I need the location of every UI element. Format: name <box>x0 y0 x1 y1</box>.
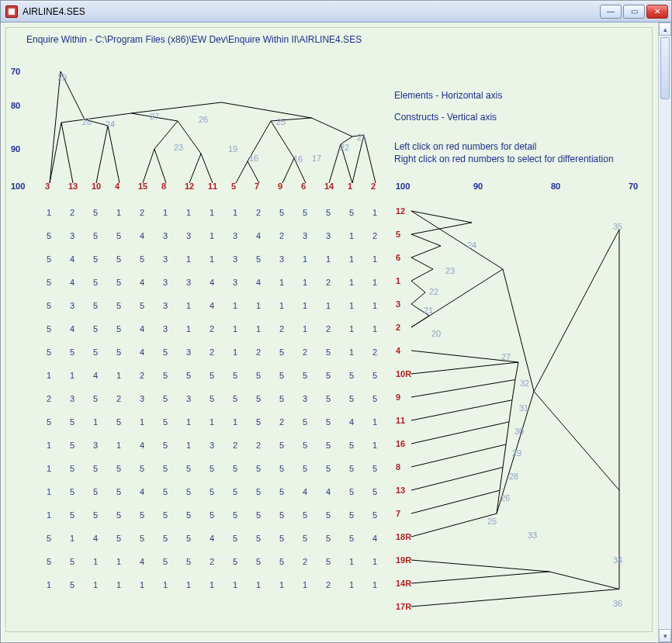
grid-cell: 1 <box>186 441 191 450</box>
scroll-thumb[interactable] <box>660 37 670 99</box>
construct-number[interactable]: 13 <box>396 486 405 495</box>
svg-line-42 <box>411 211 503 269</box>
grid-cell: 2 <box>372 347 377 357</box>
instruction-text: Right click on red numbers to select for… <box>394 154 614 164</box>
grid-cell: 5 <box>116 231 121 240</box>
element-number[interactable]: 11 <box>208 181 217 191</box>
dendro-node-right: 25 <box>487 517 497 526</box>
grid-cell: 5 <box>349 510 354 520</box>
grid-cell: 5 <box>303 371 307 380</box>
grid-cell: 2 <box>256 347 261 357</box>
grid-cell: 5 <box>70 464 74 473</box>
dendro-node-right: 24 <box>467 240 476 250</box>
grid-cell: 5 <box>47 417 51 427</box>
grid-cell: 5 <box>163 347 168 357</box>
dendro-node-top: 22 <box>340 143 349 152</box>
grid-cell: 1 <box>116 441 121 450</box>
dendro-node-top: 16 <box>293 154 303 164</box>
grid-cell: 1 <box>233 208 237 217</box>
construct-number[interactable]: 17R <box>396 602 411 611</box>
grid-cell: 3 <box>233 231 237 240</box>
grid-cell: 2 <box>140 208 144 217</box>
grid-cell: 5 <box>279 208 284 217</box>
dendro-node-right: 29 <box>512 448 521 458</box>
grid-cell: 2 <box>210 324 214 334</box>
grid-cell: 4 <box>140 557 144 566</box>
construct-number[interactable]: 4 <box>396 346 400 355</box>
construct-number[interactable]: 7 <box>396 509 400 518</box>
svg-line-63 <box>411 572 549 583</box>
grid-cell: 1 <box>326 254 331 264</box>
dendro-node-right: 21 <box>424 306 433 315</box>
element-number[interactable]: 8 <box>161 181 166 191</box>
element-number[interactable]: 12 <box>185 181 194 191</box>
grid-cell: 5 <box>233 510 237 520</box>
grid-cell: 5 <box>279 347 284 357</box>
grid-cell: 1 <box>116 557 121 566</box>
element-number[interactable]: 1 <box>348 181 352 191</box>
construct-number[interactable]: 9 <box>396 392 400 402</box>
grid-cell: 2 <box>116 394 121 403</box>
construct-number[interactable]: 6 <box>396 253 400 262</box>
grid-cell: 1 <box>163 580 168 589</box>
construct-number[interactable]: 1 <box>396 276 400 285</box>
svg-line-39 <box>411 292 425 304</box>
element-number[interactable]: 7 <box>255 181 259 191</box>
vertical-scrollbar[interactable]: ▴ ▾ <box>658 22 671 642</box>
scroll-down-arrow[interactable]: ▾ <box>659 629 671 642</box>
construct-number[interactable]: 2 <box>396 323 400 332</box>
grid-cell: 5 <box>256 487 261 496</box>
maximize-button[interactable]: ▭ <box>623 5 645 19</box>
grid-cell: 1 <box>186 324 191 334</box>
construct-number[interactable]: 12 <box>396 206 405 216</box>
element-number[interactable]: 10 <box>92 181 101 191</box>
scroll-up-arrow[interactable]: ▴ <box>659 22 671 36</box>
grid-cell: 5 <box>326 208 331 217</box>
construct-number[interactable]: 19R <box>396 555 411 565</box>
minimize-button[interactable]: — <box>600 5 622 19</box>
focus-grid-canvas[interactable]: Enquire Within - C:\Program Files (x86)\… <box>5 27 653 632</box>
element-number[interactable]: 14 <box>324 181 334 191</box>
element-number[interactable]: 6 <box>301 181 306 191</box>
grid-cell: 3 <box>186 278 191 287</box>
construct-number[interactable]: 18R <box>396 532 411 541</box>
construct-number[interactable]: 11 <box>396 416 405 425</box>
grid-cell: 5 <box>163 510 168 520</box>
svg-line-54 <box>503 444 506 468</box>
titlebar[interactable]: AIRLINE4.SES — ▭ ✕ <box>1 1 671 22</box>
grid-cell: 5 <box>233 394 237 403</box>
grid-cell: 5 <box>279 464 284 473</box>
element-number[interactable]: 5 <box>231 181 236 191</box>
grid-cell: 1 <box>47 208 51 217</box>
construct-number[interactable]: 3 <box>396 299 400 309</box>
svg-line-36 <box>411 258 433 269</box>
grid-cell: 5 <box>256 534 261 543</box>
grid-cell: 1 <box>233 301 237 310</box>
grid-cell: 1 <box>372 278 377 287</box>
element-number[interactable]: 2 <box>371 181 376 191</box>
svg-line-23 <box>271 121 294 158</box>
svg-line-45 <box>411 362 518 374</box>
grid-cell: 1 <box>372 301 377 310</box>
grid-cell: 2 <box>256 208 261 217</box>
grid-cell: 1 <box>116 580 121 589</box>
construct-number[interactable]: 5 <box>396 230 400 239</box>
app-window: AIRLINE4.SES — ▭ ✕ Enquire Within - C:\P… <box>0 0 672 643</box>
element-number[interactable]: 13 <box>68 181 78 191</box>
dendro-node-right: 26 <box>501 493 510 503</box>
construct-number[interactable]: 14R <box>396 579 411 588</box>
grid-cell: 5 <box>70 441 74 450</box>
grid-cell: 5 <box>140 464 144 473</box>
construct-number[interactable]: 8 <box>396 462 400 472</box>
grid-cell: 5 <box>233 487 237 496</box>
grid-cell: 1 <box>349 347 354 357</box>
element-number[interactable]: 4 <box>115 181 120 191</box>
construct-number[interactable]: 10R <box>396 369 411 379</box>
close-button[interactable]: ✕ <box>646 5 668 19</box>
element-number[interactable]: 9 <box>278 181 282 191</box>
svg-line-0 <box>50 123 61 183</box>
grid-cell: 4 <box>70 278 74 287</box>
element-number[interactable]: 15 <box>138 181 147 191</box>
construct-number[interactable]: 16 <box>396 439 405 448</box>
element-number[interactable]: 3 <box>45 181 50 191</box>
